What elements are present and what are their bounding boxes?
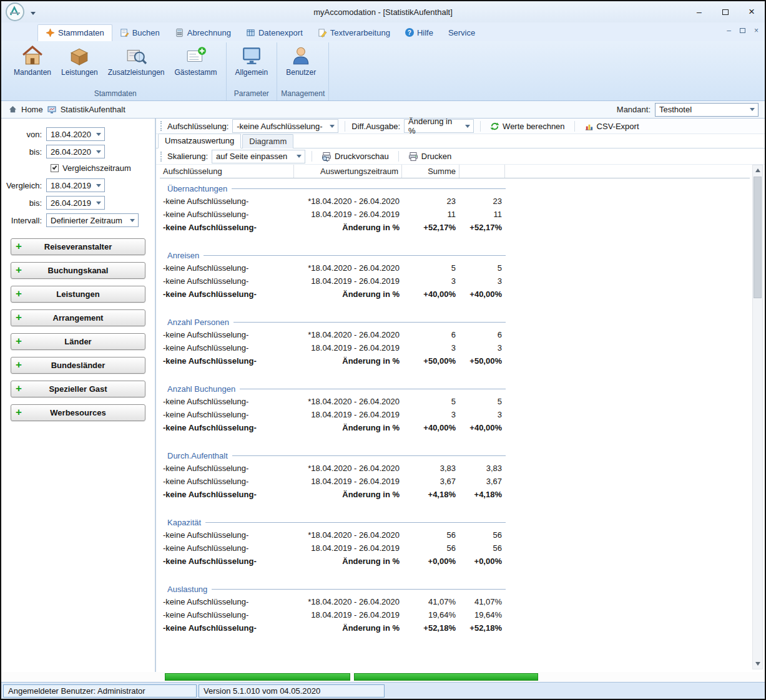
ribbon-tab-textverarbeitung[interactable]: Textverarbeitung <box>310 24 398 41</box>
bis-date-select[interactable]: 26.04.2020 <box>46 145 105 158</box>
report-cell: 41,07% <box>459 597 505 606</box>
werte-berechnen-button[interactable]: Werte berechnen <box>487 120 568 132</box>
report-cell: -keine Aufschlüsselung- <box>160 557 294 566</box>
leistungen-button[interactable]: Leistungen <box>56 42 103 77</box>
scroll-up-button[interactable] <box>753 165 762 175</box>
ribbon-group-stammdaten: Mandanten Leistungen <box>5 42 227 100</box>
mandanten-button[interactable]: Mandanten <box>9 42 56 77</box>
csv-export-button[interactable]: CSV-Export <box>581 120 642 132</box>
report-row[interactable]: -keine Aufschlüsselung-18.04.2019 - 26.0… <box>160 608 750 621</box>
spezieller-gast-button[interactable]: +Spezieller Gast <box>11 381 145 397</box>
scrollbar-thumb[interactable] <box>754 177 762 298</box>
von-date-select[interactable]: 18.04.2020 <box>46 127 105 141</box>
report-cell: 3,83 <box>402 464 459 473</box>
vergleich-date-select[interactable]: 18.04.2019 <box>46 178 105 192</box>
report-row[interactable]: -keine Aufschlüsselung-18.04.2019 - 26.0… <box>160 208 750 221</box>
section-rule-line <box>205 522 506 523</box>
report-row[interactable]: -keine Aufschlüsselung-18.04.2019 - 26.0… <box>160 475 750 488</box>
report-row[interactable]: -keine Aufschlüsselung-Änderung in %+40,… <box>160 288 750 301</box>
report-row[interactable]: -keine Aufschlüsselung-*18.04.2020 - 26.… <box>160 595 750 608</box>
close-button[interactable]: × <box>739 2 765 21</box>
minimize-button[interactable]: – <box>686 2 712 21</box>
report-row[interactable]: -keine Aufschlüsselung-18.04.2019 - 26.0… <box>160 542 750 555</box>
ribbon-tab-hilfe[interactable]: ? Hilfe <box>398 24 441 41</box>
report-row[interactable]: -keine Aufschlüsselung-*18.04.2020 - 26.… <box>160 462 750 475</box>
report-section-title: Übernachtungen <box>160 182 506 195</box>
scroll-down-button[interactable] <box>753 659 762 669</box>
vertical-scrollbar[interactable] <box>752 165 763 669</box>
report-cell: +52,18% <box>459 623 505 633</box>
vergleichszeitraum-checkbox[interactable] <box>51 164 59 172</box>
toolbar-grip[interactable] <box>160 152 162 162</box>
reiseveranstalter-button[interactable]: +Reiseveranstalter <box>11 238 145 255</box>
mdi-minimize-button[interactable]: – <box>727 26 731 35</box>
breadcrumb-home[interactable]: Home <box>21 105 43 114</box>
gaestestamm-button[interactable]: Gästestamm <box>170 42 222 77</box>
report-cell: 18.04.2019 - 26.04.2019 <box>294 410 402 419</box>
ribbon-group-label: Management <box>281 88 325 100</box>
mdi-restore-button[interactable] <box>740 28 745 33</box>
header-aufschluesselung[interactable]: Aufschlüsselung <box>160 165 294 178</box>
report-row[interactable]: -keine Aufschlüsselung-Änderung in %+0,0… <box>160 555 750 568</box>
report-cell: Änderung in % <box>294 223 402 232</box>
allgemein-button[interactable]: Allgemein <box>230 42 273 77</box>
bis2-date-select[interactable]: 26.04.2019 <box>46 196 105 210</box>
ribbon-tab-abrechnung[interactable]: Abrechnung <box>167 24 238 41</box>
home-icon[interactable] <box>9 105 17 114</box>
app-logo-icon[interactable] <box>6 2 24 21</box>
toolbar-grip[interactable] <box>160 121 162 131</box>
report-cell: -keine Aufschlüsselung- <box>160 263 294 273</box>
report-row[interactable]: -keine Aufschlüsselung-18.04.2019 - 26.0… <box>160 408 750 421</box>
tab-diagramm[interactable]: Diagramm <box>242 134 293 148</box>
report-cell: 3 <box>459 276 505 286</box>
bis-label: bis: <box>1 147 46 157</box>
report-row[interactable]: -keine Aufschlüsselung-Änderung in %+52,… <box>160 621 750 634</box>
intervall-select[interactable]: Definierter Zeitraum <box>46 213 139 227</box>
report-cell: Änderung in % <box>294 356 402 366</box>
report-row[interactable]: -keine Aufschlüsselung-*18.04.2020 - 26.… <box>160 328 750 341</box>
report-row[interactable]: -keine Aufschlüsselung-*18.04.2020 - 26.… <box>160 195 750 208</box>
chevron-down-icon <box>130 219 135 222</box>
report-row[interactable]: -keine Aufschlüsselung-Änderung in %+52,… <box>160 221 750 234</box>
tab-umsatzauswertung[interactable]: Umsatzauswertung <box>158 134 241 148</box>
report-row[interactable]: -keine Aufschlüsselung-Änderung in %+50,… <box>160 354 750 367</box>
benutzer-button[interactable]: Benutzer <box>281 42 321 77</box>
ribbon-tab-buchen[interactable]: Buchen <box>112 24 167 41</box>
report-section-title: Durch.Aufenthalt <box>160 449 506 462</box>
report-row[interactable]: -keine Aufschlüsselung-*18.04.2020 - 26.… <box>160 528 750 542</box>
buchungskanal-button[interactable]: +Buchungskanal <box>11 262 145 279</box>
mandant-select[interactable]: Testhotel <box>655 103 759 117</box>
zusatzleistungen-button[interactable]: Zusatzleistungen <box>103 42 170 77</box>
druckvorschau-button[interactable]: Druckvorschau <box>318 150 392 163</box>
drucken-button[interactable]: Drucken <box>405 150 454 163</box>
report-row[interactable]: -keine Aufschlüsselung-18.04.2019 - 26.0… <box>160 275 750 288</box>
report-row[interactable]: -keine Aufschlüsselung-Änderung in %+4,1… <box>160 488 750 501</box>
ribbon-tab-label: Stammdaten <box>58 28 104 37</box>
report-row[interactable]: -keine Aufschlüsselung-Änderung in %+40,… <box>160 421 750 434</box>
diff-ausgabe-select[interactable]: Änderung in % <box>404 119 474 133</box>
werbesources-button[interactable]: +Werbesources <box>11 404 145 421</box>
ribbon-tab-stammdaten[interactable]: Stammdaten <box>37 24 112 41</box>
ribbon-tab-datenexport[interactable]: Datenexport <box>238 24 310 41</box>
bundeslaender-button[interactable]: +Bundesländer <box>11 357 145 374</box>
quick-access-dropdown-icon[interactable] <box>31 12 36 15</box>
maximize-button[interactable] <box>712 2 739 21</box>
header-summe[interactable]: Summe <box>402 165 459 178</box>
report-row[interactable]: -keine Aufschlüsselung-18.04.2019 - 26.0… <box>160 341 750 354</box>
report-cell: 5 <box>459 263 505 273</box>
report-row[interactable]: -keine Aufschlüsselung-*18.04.2020 - 26.… <box>160 395 750 408</box>
leistungen-filter-button[interactable]: +Leistungen <box>11 286 145 303</box>
arrangement-button[interactable]: +Arrangement <box>11 309 145 326</box>
mdi-close-button[interactable]: × <box>754 26 759 35</box>
header-auswertungszeitraum[interactable]: Auswertungszeitraum <box>294 165 402 178</box>
ribbon-tab-service[interactable]: Service <box>441 24 483 41</box>
skalierung-select[interactable]: auf Seite einpassen <box>212 150 305 163</box>
report-cell: 11 <box>459 210 505 219</box>
report-section-title: Auslastung <box>160 583 506 595</box>
header-empty[interactable] <box>459 165 505 178</box>
report-row[interactable]: -keine Aufschlüsselung-*18.04.2020 - 26.… <box>160 261 750 275</box>
laender-button[interactable]: +Länder <box>11 333 145 350</box>
report-section: Übernachtungen-keine Aufschlüsselung-*18… <box>160 182 750 234</box>
calculator-icon <box>175 28 184 37</box>
aufschluesselung-select[interactable]: -keine Aufschlüsselung- <box>232 119 338 133</box>
